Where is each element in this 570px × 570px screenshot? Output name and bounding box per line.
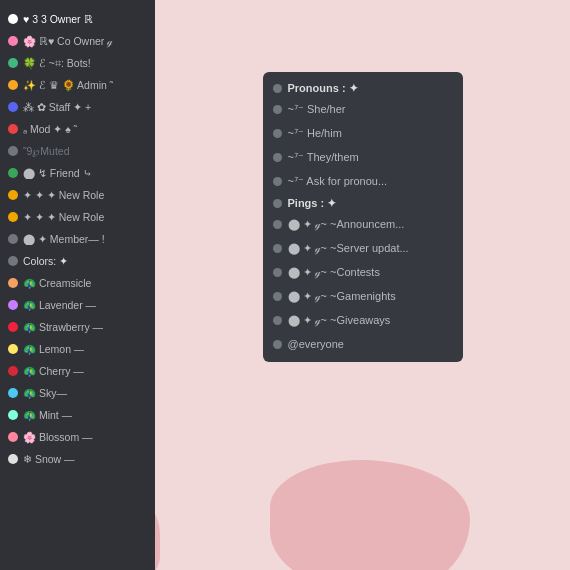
dp-item-0-3: ~⁷⁻ Ask for pronou... [263,169,463,193]
role-dot [8,212,18,222]
role-label: 🦚 Cherry — [23,365,84,378]
dp-section-dot [273,84,282,93]
dp-item-dot [273,340,282,349]
role-label: Colors: ✦ [23,255,68,267]
left-role-item-lemon: 🦚 Lemon — [0,338,155,360]
role-dot [8,410,18,420]
dp-section-header-1: Pings : ✦ [263,193,463,212]
role-dot [8,366,18,376]
left-role-item-newrole2: ✦ ✦ ✦ New Role [0,206,155,228]
role-dot [8,256,18,266]
dp-item-1-3: ⬤ ✦ ℊ~ ~Gamenights [263,284,463,308]
left-role-item-staff: ⁂ ✿ Staff ✦ + [0,96,155,118]
role-label: ˜9℘Muted [23,145,70,157]
dp-section-dot [273,199,282,208]
role-dot [8,432,18,442]
left-role-item-lavender: 🦚 Lavender — [0,294,155,316]
dp-item-label: @everyone [288,338,344,350]
dp-item-0-1: ~⁷⁻ He/him [263,121,463,145]
role-label: ⬤ ↯ Friend ⤷ [23,167,92,179]
role-label: 🦚 Sky— [23,387,67,400]
left-role-item-owner: ♥ 3 3 Owner ℝ [0,8,155,30]
role-dot [8,168,18,178]
dp-item-1-1: ⬤ ✦ ℊ~ ~Server updat... [263,236,463,260]
role-dot [8,102,18,112]
dp-item-dot [273,129,282,138]
dp-item-dot [273,220,282,229]
dp-item-dot [273,177,282,186]
left-role-item-mint: 🦚 Mint — [0,404,155,426]
role-dot [8,146,18,156]
role-dot [8,234,18,244]
role-dot [8,388,18,398]
role-label: ⁂ ✿ Staff ✦ + [23,101,91,113]
role-label: 🦚 Lemon — [23,343,84,356]
dp-item-0-2: ~⁷⁻ They/them [263,145,463,169]
dp-item-1-2: ⬤ ✦ ℊ~ ~Contests [263,260,463,284]
dp-item-label: ~⁷⁻ She/her [288,103,346,116]
left-role-item-mod: ₐ Mod ✦ ♠ ˜ [0,118,155,140]
right-panel: Pronouns : ✦~⁷⁻ She/her~⁷⁻ He/him~⁷⁻ The… [155,0,570,570]
role-label: ⬤ ✦ Member— ! [23,233,105,245]
left-role-item-creamsicle: 🦚 Creamsicle [0,272,155,294]
dp-item-1-0: ⬤ ✦ ℊ~ ~Announcem... [263,212,463,236]
dp-item-1-5: @everyone [263,332,463,356]
left-role-item-bots: 🍀 ℰ ~⌗: Bots! [0,52,155,74]
dp-item-dot [273,316,282,325]
role-dot [8,278,18,288]
role-dot [8,454,18,464]
left-role-item-muted: ˜9℘Muted [0,140,155,162]
role-dot [8,58,18,68]
dp-item-label: ⬤ ✦ ℊ~ ~Gamenights [288,290,396,303]
dp-item-label: ⬤ ✦ ℊ~ ~Server updat... [288,242,409,255]
dp-item-dot [273,244,282,253]
content-wrapper: ♥ 3 3 Owner ℝ🌸 ℝ♥ Co Owner ℊ🍀 ℰ ~⌗: Bots… [0,0,570,570]
left-role-panel: ♥ 3 3 Owner ℝ🌸 ℝ♥ Co Owner ℊ🍀 ℰ ~⌗: Bots… [0,0,155,570]
dp-item-label: ~⁷⁻ Ask for pronou... [288,175,388,188]
left-role-item-admin: ✨ ℰ ♛ 🌻 Admin ˜ [0,74,155,96]
left-role-item-member: ⬤ ✦ Member— ! [0,228,155,250]
left-role-item-friend: ⬤ ↯ Friend ⤷ [0,162,155,184]
role-dot [8,322,18,332]
role-label: ✨ ℰ ♛ 🌻 Admin ˜ [23,79,113,92]
role-label: 🌸 Blossom — [23,431,93,444]
role-label: 🦚 Mint — [23,409,72,422]
left-role-item-newrole1: ✦ ✦ ✦ New Role [0,184,155,206]
left-role-item-co-owner: 🌸 ℝ♥ Co Owner ℊ [0,30,155,52]
role-label: ₐ Mod ✦ ♠ ˜ [23,123,77,135]
role-label: 🌸 ℝ♥ Co Owner ℊ [23,35,113,48]
role-label: ♥ 3 3 Owner ℝ [23,13,93,25]
dp-section-label: Pings : ✦ [288,197,337,210]
role-dot [8,344,18,354]
role-label: 🦚 Lavender — [23,299,96,312]
dp-item-dot [273,105,282,114]
dp-item-dot [273,153,282,162]
left-role-item-cherry: 🦚 Cherry — [0,360,155,382]
role-dot [8,36,18,46]
role-dot [8,124,18,134]
role-label: 🦚 Creamsicle [23,277,91,290]
dp-item-dot [273,268,282,277]
role-dot [8,80,18,90]
dp-item-label: ⬤ ✦ ℊ~ ~Giveaways [288,314,391,327]
dp-item-label: ⬤ ✦ ℊ~ ~Contests [288,266,380,279]
role-label: 🦚 Strawberry — [23,321,103,334]
role-dot [8,14,18,24]
role-dot [8,190,18,200]
role-label: ✦ ✦ ✦ New Role [23,211,104,223]
role-label: ✦ ✦ ✦ New Role [23,189,104,201]
left-role-item-strawberry: 🦚 Strawberry — [0,316,155,338]
role-dot [8,300,18,310]
left-role-item-colors: Colors: ✦ [0,250,155,272]
dp-section-header-0: Pronouns : ✦ [263,78,463,97]
dp-item-dot [273,292,282,301]
role-label: ❄ Snow — [23,453,75,465]
dp-item-label: ⬤ ✦ ℊ~ ~Announcem... [288,218,405,231]
dp-item-label: ~⁷⁻ He/him [288,127,342,140]
role-label: 🍀 ℰ ~⌗: Bots! [23,57,91,70]
dp-item-0-0: ~⁷⁻ She/her [263,97,463,121]
left-role-item-blossom: 🌸 Blossom — [0,426,155,448]
left-role-item-sky: 🦚 Sky— [0,382,155,404]
discord-role-panel: Pronouns : ✦~⁷⁻ She/her~⁷⁻ He/him~⁷⁻ The… [263,72,463,362]
left-role-item-snow: ❄ Snow — [0,448,155,470]
